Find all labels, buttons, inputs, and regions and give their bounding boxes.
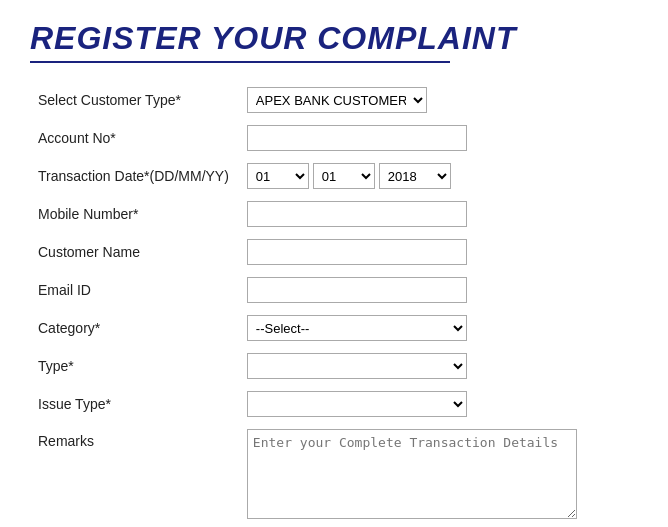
month-select[interactable]: 01 020304 050607 080910 1112 xyxy=(313,163,375,189)
day-select[interactable]: 01 020304 050607 080910 111213 141516 17… xyxy=(247,163,309,189)
issue-type-select[interactable] xyxy=(247,391,467,417)
account-no-row: Account No* xyxy=(30,119,638,157)
transaction-date-label: Transaction Date*(DD/MM/YY) xyxy=(30,157,237,195)
remarks-textarea[interactable] xyxy=(247,429,577,519)
type-label: Type* xyxy=(30,347,237,385)
customer-name-row: Customer Name xyxy=(30,233,638,271)
category-select[interactable]: --Select-- xyxy=(247,315,467,341)
type-row: Type* xyxy=(30,347,638,385)
customer-type-row: Select Customer Type* APEX BANK CUSTOMER… xyxy=(30,81,638,119)
issue-type-label: Issue Type* xyxy=(30,385,237,423)
remarks-row: Remarks xyxy=(30,423,638,527)
type-select[interactable] xyxy=(247,353,467,379)
category-label: Category* xyxy=(30,309,237,347)
customer-type-select[interactable]: APEX BANK CUSTOMER OTHER xyxy=(247,87,427,113)
category-row: Category* --Select-- xyxy=(30,309,638,347)
email-row: Email ID xyxy=(30,271,638,309)
year-select[interactable]: 2015 2016 2017 2018 2019 2020 2021 2022 … xyxy=(379,163,451,189)
account-no-label: Account No* xyxy=(30,119,237,157)
remarks-label: Remarks xyxy=(30,423,237,527)
page-title: REGISTER YOUR COMPLAINT xyxy=(30,20,638,57)
email-input[interactable] xyxy=(247,277,467,303)
mobile-input[interactable] xyxy=(247,201,467,227)
account-no-input[interactable] xyxy=(247,125,467,151)
transaction-date-row: Transaction Date*(DD/MM/YY) 01 020304 05… xyxy=(30,157,638,195)
title-divider xyxy=(30,61,450,63)
complaint-form: Select Customer Type* APEX BANK CUSTOMER… xyxy=(30,81,638,527)
mobile-label: Mobile Number* xyxy=(30,195,237,233)
issue-type-row: Issue Type* xyxy=(30,385,638,423)
customer-type-label: Select Customer Type* xyxy=(30,81,237,119)
customer-name-input[interactable] xyxy=(247,239,467,265)
customer-name-label: Customer Name xyxy=(30,233,237,271)
date-group: 01 020304 050607 080910 111213 141516 17… xyxy=(247,163,630,189)
email-label: Email ID xyxy=(30,271,237,309)
mobile-row: Mobile Number* xyxy=(30,195,638,233)
